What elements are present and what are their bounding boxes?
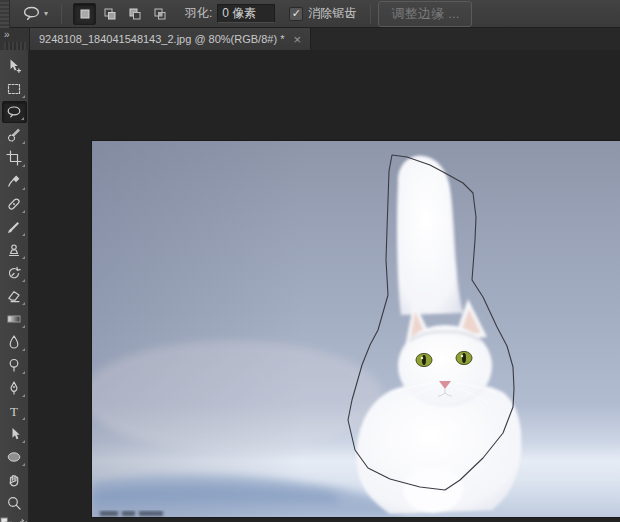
tool-options-bar: ▾ <box>0 0 620 28</box>
antialias-option: ✓ 消除锯齿 <box>289 5 356 22</box>
tool-zoom[interactable] <box>2 492 27 514</box>
switch-colors-button[interactable] <box>15 516 29 522</box>
eraser-icon <box>6 288 22 304</box>
document-tab-bar: » 9248108_184041548143_2.jpg @ 80%(RGB/8… <box>0 28 620 50</box>
tool-brush[interactable] <box>2 216 27 238</box>
add-to-selection-button[interactable] <box>98 3 121 25</box>
tools-panel-collapse-button[interactable]: » <box>0 28 30 50</box>
tool-rectangular-marquee[interactable] <box>2 78 27 100</box>
tools-panel: T <box>0 50 29 522</box>
add-to-selection-icon <box>103 7 117 21</box>
type-icon: T <box>6 403 22 419</box>
tool-pen[interactable] <box>2 377 27 399</box>
tool-preset-picker[interactable]: ▾ <box>16 2 54 25</box>
double-arrow-icon: » <box>4 29 10 40</box>
history-brush-icon <box>6 265 22 281</box>
subtract-from-selection-icon <box>128 7 142 21</box>
tool-horizontal-type[interactable]: T <box>2 400 27 422</box>
panel-hatch <box>4 42 26 50</box>
brush-icon <box>6 219 22 235</box>
svg-text:T: T <box>10 404 18 419</box>
document-image[interactable] <box>92 141 620 517</box>
document-tab[interactable]: 9248108_184041548143_2.jpg @ 80%(RGB/8#)… <box>30 28 311 50</box>
canvas-pasteboard[interactable] <box>29 50 620 522</box>
tool-eraser[interactable] <box>2 285 27 307</box>
clone-stamp-icon <box>6 242 22 258</box>
new-selection-button[interactable] <box>73 3 96 25</box>
chevron-down-icon: ▾ <box>44 9 48 18</box>
pen-icon <box>6 380 22 396</box>
tool-gradient[interactable] <box>2 308 27 330</box>
ellipse-shape-icon <box>6 449 22 465</box>
eyedropper-icon <box>6 173 22 189</box>
options-bar-gripper[interactable] <box>0 0 10 28</box>
tool-spot-healing-brush[interactable] <box>2 193 27 215</box>
color-swatches-icon <box>0 517 13 522</box>
checkmark-icon: ✓ <box>292 8 301 19</box>
cat-photo <box>92 141 620 517</box>
foreground-background-swatches[interactable] <box>0 516 13 522</box>
tool-history-brush[interactable] <box>2 262 27 284</box>
feather-input[interactable] <box>217 4 275 23</box>
tool-blur[interactable] <box>2 331 27 353</box>
tool-ellipse-shape[interactable] <box>2 446 27 468</box>
lasso-icon <box>22 4 41 23</box>
blur-drop-icon <box>6 334 22 350</box>
tool-crop[interactable] <box>2 147 27 169</box>
antialias-checkbox[interactable]: ✓ <box>289 7 303 21</box>
tool-hand[interactable] <box>2 469 27 491</box>
tool-clone-stamp[interactable] <box>2 239 27 261</box>
selection-mode-group <box>73 3 171 25</box>
feather-label: 羽化: <box>185 5 212 22</box>
workspace: T <box>0 50 620 522</box>
move-icon <box>6 58 22 74</box>
tool-quick-selection[interactable] <box>2 124 27 146</box>
dodge-icon <box>6 357 22 373</box>
tool-lasso[interactable] <box>2 101 27 123</box>
tool-eyedropper[interactable] <box>2 170 27 192</box>
rectangular-marquee-icon <box>6 81 22 97</box>
intersect-selection-icon <box>153 7 167 21</box>
options-separator <box>61 4 62 24</box>
subtract-from-selection-button[interactable] <box>123 3 146 25</box>
refine-edge-button[interactable]: 调整边缘 ... <box>378 1 472 27</box>
photoshop-window: ▾ <box>0 0 620 522</box>
path-selection-arrow-icon <box>6 426 22 442</box>
quick-selection-icon <box>6 127 22 143</box>
switch-arrows-icon <box>16 517 29 522</box>
hand-icon <box>6 472 22 488</box>
spot-healing-brush-icon <box>6 196 22 212</box>
tool-path-selection[interactable] <box>2 423 27 445</box>
color-swatch-row <box>0 516 29 522</box>
close-icon[interactable]: × <box>293 33 301 46</box>
photo-watermark <box>100 511 163 516</box>
intersect-selection-button[interactable] <box>148 3 171 25</box>
lasso-icon <box>6 104 22 120</box>
gradient-icon <box>6 311 22 327</box>
options-separator <box>370 4 371 24</box>
tool-dodge[interactable] <box>2 354 27 376</box>
antialias-label: 消除锯齿 <box>308 5 356 22</box>
document-tab-title: 9248108_184041548143_2.jpg @ 80%(RGB/8#)… <box>39 33 284 45</box>
crop-icon <box>6 150 22 166</box>
magnifier-icon <box>6 495 22 511</box>
new-selection-icon <box>78 7 92 21</box>
tool-move[interactable] <box>2 55 27 77</box>
